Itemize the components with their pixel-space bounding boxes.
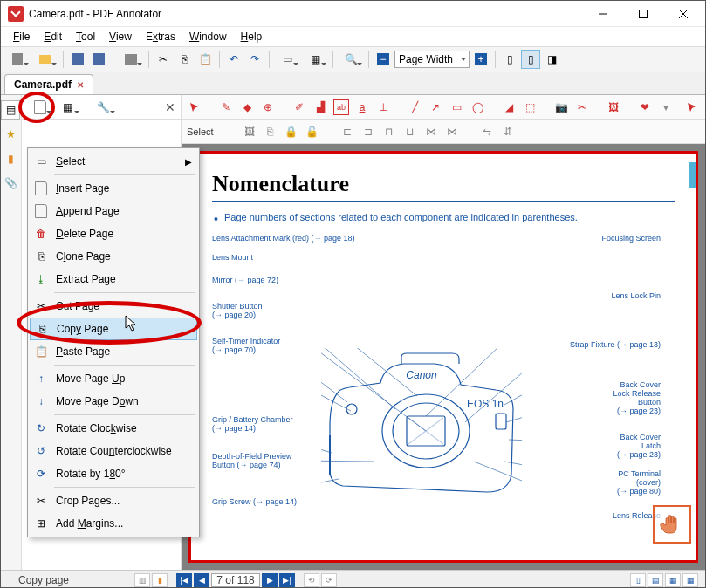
prop-icon-2[interactable]: ⎘: [263, 124, 278, 140]
shape-ellipse-icon[interactable]: ◯: [470, 99, 485, 115]
filter-button[interactable]: ▦: [302, 50, 328, 69]
sidetab-bookmarks[interactable]: ★: [1, 125, 20, 144]
cm-crop[interactable]: ✂Crop Pages...: [30, 489, 197, 512]
sidepanel-close-icon[interactable]: ✕: [165, 100, 175, 114]
search-button[interactable]: 🔍: [338, 50, 364, 69]
cm-clone[interactable]: ⎘Clone Page: [30, 245, 197, 268]
align-icon-5[interactable]: ⋈: [423, 124, 439, 140]
nav-prev[interactable]: ◀: [194, 573, 209, 587]
save-button[interactable]: [68, 50, 87, 69]
align-icon-3[interactable]: ⊓: [381, 124, 397, 140]
eraser-tool-icon[interactable]: ◢: [501, 99, 517, 115]
cm-rotccw[interactable]: ↺Rotate Counterclockwise: [30, 440, 197, 462]
document-viewport[interactable]: Nomenclature Page numbers of sections re…: [182, 144, 705, 570]
line-tool-icon[interactable]: a: [354, 99, 370, 115]
tab-close-icon[interactable]: ✕: [77, 80, 84, 90]
highlighter-tool-icon[interactable]: ▟: [312, 99, 328, 115]
cm-copy[interactable]: ⎘Copy Page: [30, 318, 197, 340]
snapshot-button[interactable]: ▭: [274, 50, 300, 69]
view-twocont-icon[interactable]: ▦: [682, 573, 698, 587]
document-tab[interactable]: Camera.pdf ✕: [4, 74, 93, 94]
sidetab-annotations[interactable]: ▮: [1, 149, 20, 168]
cm-append[interactable]: Append Page: [30, 200, 197, 222]
shape-line-icon[interactable]: ╱: [407, 99, 422, 115]
nav-back[interactable]: ⟲: [304, 573, 319, 587]
paste-button[interactable]: 📋: [195, 50, 215, 69]
dropdown-icon[interactable]: ▾: [658, 99, 674, 115]
camera-tool-icon[interactable]: 📷: [553, 99, 569, 115]
cursor-tool-icon[interactable]: [187, 99, 202, 115]
hand-tool-overlay[interactable]: [653, 505, 691, 544]
align-icon-2[interactable]: ⊐: [360, 124, 376, 140]
flip-icon-2[interactable]: ⇵: [500, 124, 516, 140]
text-tool-icon[interactable]: ab: [333, 99, 349, 115]
sidetab-attachments[interactable]: 📎: [1, 174, 20, 193]
minimize-button[interactable]: [583, 1, 623, 27]
cm-margins[interactable]: ⊞Add Margins...: [30, 512, 197, 535]
stamp-tool-icon[interactable]: ⊥: [375, 99, 391, 115]
close-button[interactable]: [663, 1, 703, 27]
undo-button[interactable]: ↶: [224, 50, 243, 69]
cut-button[interactable]: ✂: [154, 50, 173, 69]
open-button[interactable]: [32, 50, 58, 69]
layout3-button[interactable]: ◨: [542, 50, 561, 69]
cm-select[interactable]: ▭Select▶: [30, 150, 197, 173]
menu-view[interactable]: View: [102, 29, 139, 44]
layout2-button[interactable]: ▯: [521, 50, 540, 69]
shape-arrow-icon[interactable]: ↗: [428, 99, 443, 115]
pointer-right-icon[interactable]: [684, 99, 700, 115]
pen2-tool-icon[interactable]: ✐: [291, 99, 307, 115]
nav-fwd[interactable]: ⟳: [321, 573, 337, 587]
align-icon-1[interactable]: ⊏: [339, 124, 355, 140]
saveas-button[interactable]: [89, 50, 108, 69]
search-tool-icon[interactable]: ⊕: [260, 99, 276, 115]
pen-tool-icon[interactable]: ✎: [218, 99, 234, 115]
erase-rect-icon[interactable]: ⬚: [522, 99, 538, 115]
menu-window[interactable]: Window: [182, 29, 234, 44]
sidetab-pages[interactable]: ▤: [1, 100, 20, 120]
view-cont-icon[interactable]: ▤: [648, 573, 663, 587]
view-single-icon[interactable]: ▯: [630, 573, 646, 587]
nav-first[interactable]: |◀: [176, 573, 192, 587]
align-icon-4[interactable]: ⊔: [402, 124, 418, 140]
menu-extras[interactable]: Extras: [139, 29, 182, 44]
shape-rect-icon[interactable]: ▭: [449, 99, 464, 115]
tools-button[interactable]: 🔧: [91, 98, 117, 117]
copy-button[interactable]: ⎘: [175, 50, 194, 69]
menu-help[interactable]: Help: [234, 29, 270, 44]
layout1-button[interactable]: ▯: [500, 50, 519, 69]
nav-icon-2[interactable]: ▮: [152, 573, 168, 587]
favorite-tool-icon[interactable]: ❤: [637, 99, 653, 115]
cm-rotcw[interactable]: ↻Rotate Clockwise: [30, 417, 197, 440]
maximize-button[interactable]: [623, 1, 663, 27]
zoomout-button[interactable]: −: [374, 50, 393, 69]
marker-tool-icon[interactable]: ◆: [239, 99, 255, 115]
align-icon-6[interactable]: ⋈: [444, 124, 460, 140]
page-box[interactable]: 7 of 118: [211, 573, 260, 587]
nav-next[interactable]: ▶: [262, 573, 278, 587]
cm-delete[interactable]: 🗑Delete Page: [30, 222, 197, 245]
nav-last[interactable]: ▶|: [279, 573, 295, 587]
thumb-view-button[interactable]: ▦: [55, 98, 81, 117]
prop-icon-3[interactable]: 🔒: [284, 124, 299, 140]
flip-icon-1[interactable]: ⇋: [479, 124, 495, 140]
nav-icon-1[interactable]: ▥: [134, 573, 150, 587]
redo-button[interactable]: ↷: [245, 50, 264, 69]
image-tool-icon[interactable]: 🖼: [606, 99, 621, 115]
new-button[interactable]: [4, 50, 31, 69]
view-two-icon[interactable]: ▦: [665, 573, 681, 587]
cm-movedown[interactable]: ↓Move Page Down: [30, 390, 197, 413]
prop-icon-4[interactable]: 🔓: [305, 124, 320, 140]
crop-tool-icon[interactable]: ✂: [574, 99, 590, 115]
cm-cut[interactable]: ✂Cut Page: [30, 295, 197, 318]
cm-insert[interactable]: Insert Page: [30, 177, 197, 200]
menu-file[interactable]: File: [6, 29, 37, 44]
cm-moveup[interactable]: ↑Move Page Up: [30, 367, 197, 390]
cm-paste[interactable]: 📋Paste Page: [30, 340, 197, 363]
cm-extract[interactable]: ⭳Extract Page: [30, 268, 197, 291]
zoom-select[interactable]: Page Width: [394, 51, 470, 68]
page-actions-button[interactable]: [27, 98, 53, 117]
prop-icon-1[interactable]: 🖼: [242, 124, 257, 140]
print-button[interactable]: [118, 50, 144, 69]
cm-rot180[interactable]: ⟳Rotate by 180°: [30, 462, 197, 485]
